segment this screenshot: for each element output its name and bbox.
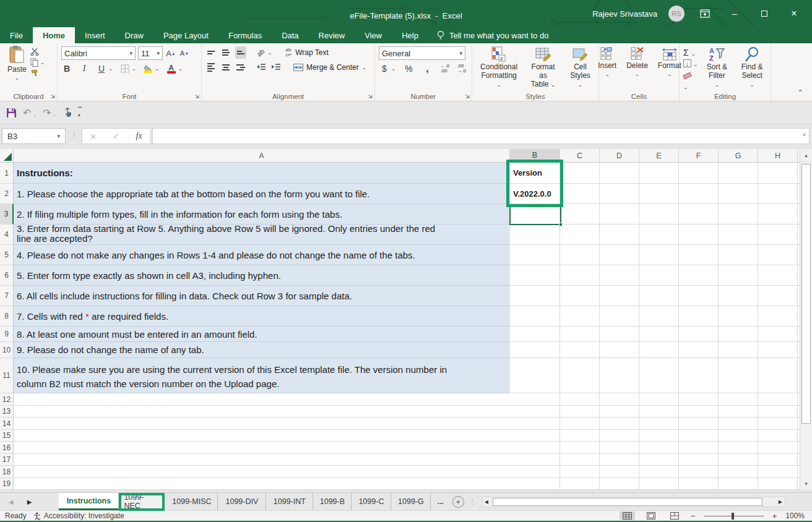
row-header-17[interactable]: 17	[0, 454, 14, 466]
column-header-a[interactable]: A	[14, 149, 510, 163]
close-button[interactable]: ×	[785, 8, 803, 19]
more-sheets-button[interactable]: ...	[431, 493, 449, 510]
insert-cells-button[interactable]: Insert ⌄	[595, 46, 620, 91]
cell-B13[interactable]	[510, 406, 560, 417]
scroll-left-icon[interactable]: ◀	[485, 499, 488, 505]
cell-A12[interactable]	[14, 393, 510, 406]
tab-home[interactable]: Home	[33, 27, 75, 43]
row-header-6[interactable]: 6	[0, 265, 14, 286]
cell-B14[interactable]	[510, 417, 560, 430]
decrease-font-icon[interactable]: A▼	[179, 47, 190, 59]
top-align-icon[interactable]	[205, 46, 217, 59]
column-header-f[interactable]: F	[679, 149, 719, 163]
empty-cells-row-4[interactable]	[560, 225, 812, 245]
cancel-icon[interactable]: ×	[90, 131, 96, 142]
ribbon-display-options-icon[interactable]	[696, 9, 714, 18]
cell-B8[interactable]	[510, 306, 560, 327]
zoom-slider-handle[interactable]	[732, 513, 734, 520]
collapse-ribbon-icon[interactable]: ⌃	[797, 88, 803, 97]
font-color-icon[interactable]: A	[166, 62, 177, 75]
align-center-icon[interactable]	[220, 61, 231, 74]
zoom-slider[interactable]	[704, 516, 764, 516]
format-as-table-button[interactable]: Format asTable ⌄	[524, 46, 562, 91]
empty-cells-row-11[interactable]	[560, 358, 812, 393]
avatar[interactable]: RS	[668, 6, 685, 22]
horizontal-scroll-thumb[interactable]	[493, 498, 762, 506]
cell-A16[interactable]	[14, 442, 510, 454]
new-sheet-button[interactable]: +	[452, 496, 464, 508]
vertical-scroll-thumb[interactable]	[801, 164, 811, 424]
bottom-align-icon[interactable]	[235, 46, 246, 59]
vertical-scrollbar[interactable]: ▲ ▼	[800, 149, 812, 490]
conditional-formatting-button[interactable]: ≠ ConditionalFormatting ⌄	[476, 46, 522, 91]
sheet-tab-1099-b[interactable]: 1099-B	[313, 493, 352, 510]
orientation-icon[interactable]: ab	[253, 45, 269, 61]
alignment-launcher-icon[interactable]: ⇲	[368, 93, 373, 100]
cell-B15[interactable]	[510, 430, 560, 442]
row-header-8[interactable]: 8	[0, 306, 14, 327]
row-header-18[interactable]: 18	[0, 466, 14, 478]
font-family-select[interactable]: Calibri▾	[61, 46, 136, 60]
row-header-5[interactable]: 5	[0, 245, 14, 265]
scroll-down-icon[interactable]: ▼	[800, 477, 812, 490]
row-header-14[interactable]: 14	[0, 417, 14, 430]
tab-help[interactable]: Help	[392, 27, 428, 43]
cell-B9[interactable]	[510, 327, 560, 342]
copy-icon[interactable]: ⌄	[30, 58, 45, 67]
row-header-9[interactable]: 9	[0, 327, 14, 342]
page-layout-view-button[interactable]	[644, 511, 659, 520]
accessibility-status[interactable]: Accessibility: Investigate	[33, 511, 124, 520]
italic-button[interactable]: I	[79, 62, 90, 75]
zoom-in-icon[interactable]: +	[772, 511, 777, 521]
empty-cells-row-10[interactable]	[560, 342, 812, 358]
enter-icon[interactable]: ✓	[113, 132, 119, 141]
cell-A7[interactable]: 6. All cells include instructions for fi…	[14, 286, 510, 306]
number-format-select[interactable]: General▾	[379, 46, 465, 60]
empty-cells-row-6[interactable]	[560, 265, 812, 286]
increase-font-icon[interactable]: A▲	[165, 47, 176, 59]
cell-A6[interactable]: 5. Enter form type exactly as shown in c…	[14, 265, 510, 286]
empty-cells-row-13[interactable]	[560, 406, 812, 417]
cut-icon[interactable]	[30, 48, 45, 56]
sheet-tab-instructions[interactable]: Instructions	[59, 493, 119, 510]
autosum-button[interactable]: Σ ⌄	[683, 48, 698, 58]
cell-A18[interactable]	[14, 466, 510, 478]
column-header-d[interactable]: D	[600, 149, 639, 163]
sheet-tab-1099-div[interactable]: 1099-DIV	[218, 493, 266, 510]
touch-mode-button[interactable]	[63, 108, 72, 118]
middle-align-icon[interactable]	[220, 46, 231, 59]
cell-B18[interactable]	[510, 466, 560, 478]
row-header-1[interactable]: 1	[0, 163, 14, 184]
column-header-g[interactable]: G	[719, 149, 758, 163]
cell-B16[interactable]	[510, 442, 560, 454]
zoom-level[interactable]: 100%	[785, 511, 805, 520]
font-size-select[interactable]: 11▾	[138, 46, 163, 60]
fill-handle[interactable]	[559, 223, 563, 226]
column-header-e[interactable]: E	[639, 149, 679, 163]
paste-button[interactable]: Paste ⌄	[4, 45, 30, 81]
tab-page-layout[interactable]: Page Layout	[153, 27, 218, 43]
bold-button[interactable]: B	[61, 62, 72, 75]
redo-button[interactable]: ↷ ⌄	[43, 107, 56, 119]
row-header-15[interactable]: 15	[0, 430, 14, 442]
empty-cells-row-9[interactable]	[560, 327, 812, 342]
cell-B5[interactable]	[510, 245, 560, 265]
cell-B4[interactable]	[510, 225, 560, 245]
tab-data[interactable]: Data	[272, 27, 308, 43]
customize-qat-icon[interactable]: ▔▾	[78, 107, 82, 118]
empty-cells-row-15[interactable]	[560, 430, 812, 442]
empty-cells-row-12[interactable]	[560, 393, 812, 406]
empty-cells-row-8[interactable]	[560, 306, 812, 327]
find-select-button[interactable]: Find &Select ⌄	[736, 46, 768, 91]
empty-cells-row-1[interactable]	[560, 163, 812, 184]
empty-cells-row-19[interactable]	[560, 478, 812, 490]
page-break-view-button[interactable]	[667, 511, 682, 520]
row-header-19[interactable]: 19	[0, 478, 14, 490]
clear-button[interactable]: ⌄	[683, 69, 698, 92]
align-right-icon[interactable]	[235, 61, 246, 74]
decrease-decimal-icon[interactable]: .00→.0	[457, 64, 466, 74]
horizontal-scrollbar[interactable]: ◀ ▶	[482, 497, 785, 507]
increase-decimal-icon[interactable]: ←.0.00	[441, 64, 450, 74]
sheet-tab-1099-c[interactable]: 1099-C	[352, 493, 391, 510]
sheet-tab-1099-nec[interactable]: 1099-NEC	[121, 495, 162, 508]
